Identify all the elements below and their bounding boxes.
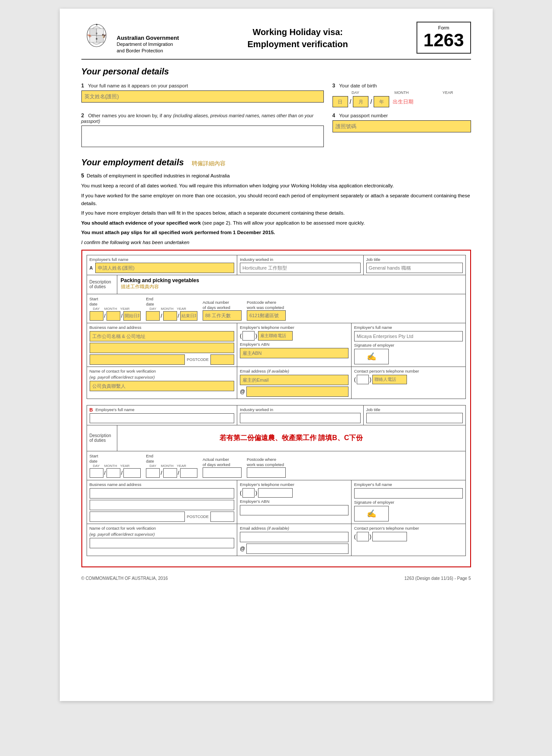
- b-end-year-input[interactable]: [180, 468, 197, 478]
- page-title: Working Holiday visa: Employment verific…: [187, 26, 408, 50]
- a-duties-input: Packing and picking vegetables 描述工作職責內容: [117, 275, 466, 294]
- b-postcode-input[interactable]: [247, 467, 286, 478]
- header-divider: [81, 59, 471, 60]
- a-tel-num-input[interactable]: [258, 331, 293, 341]
- b-contact-tel-cell: Contact person's telephone number ( ): [351, 524, 466, 556]
- b-business-addr2-input[interactable]: [90, 512, 185, 522]
- b-notice-text: 若有第二份偏遠農、牧產業工作 請填B、C下份: [220, 429, 363, 447]
- b-email-domain-input[interactable]: [246, 544, 349, 554]
- a-signature-label: Signature of employer: [354, 343, 463, 347]
- b-contact-tel-num-input[interactable]: [372, 532, 407, 541]
- a-contact-tel-cell: Contact person's telephone number ( ): [351, 367, 466, 399]
- a-abn-input[interactable]: [240, 348, 349, 358]
- gov-text: Australian Government Department of Immi…: [117, 35, 179, 55]
- a-email-domain-input[interactable]: [246, 386, 349, 397]
- b-business-postcode-input[interactable]: [210, 512, 234, 522]
- b-contact-input[interactable]: [90, 538, 234, 548]
- a-duties-row: Description of duties Packing and pickin…: [87, 275, 466, 294]
- b-start-year-input[interactable]: [123, 468, 141, 478]
- dob-year-input[interactable]: [374, 96, 389, 107]
- b-tel-cell: Employer's telephone number ( ) Employer…: [237, 480, 351, 524]
- dept-name: Department of Immigration and Border Pro…: [117, 41, 179, 55]
- b-abn-label: Employer's ABN: [240, 499, 349, 504]
- section-a-label: A: [90, 265, 93, 270]
- b-job-title-label: Job title: [366, 407, 463, 412]
- a-business-row: Business name and address POSTCODE Emplo…: [87, 323, 466, 367]
- a-employer-name-input[interactable]: [354, 331, 463, 341]
- a-email-input[interactable]: [240, 375, 349, 385]
- a-end-month-input[interactable]: [163, 311, 177, 321]
- a-business-name-input[interactable]: [90, 331, 234, 341]
- a-end-day-input[interactable]: [146, 311, 160, 321]
- a-contact-tel-area-input[interactable]: [357, 375, 369, 384]
- a-contact-tel-num-input[interactable]: [372, 375, 407, 384]
- dob-inputs: / / 出生日期: [332, 96, 471, 107]
- section-a: Employee's full name A Industry worked i…: [87, 255, 466, 399]
- a-employee-name-cell: Employee's full name A: [87, 255, 237, 275]
- full-name-input[interactable]: [81, 90, 324, 103]
- b-end-day-input[interactable]: [146, 468, 160, 478]
- page: ⚜ ★ ✦ 🦘 🦅 Australian Government Departme…: [60, 9, 493, 701]
- a-start-month-input[interactable]: [107, 311, 120, 321]
- a-job-title-label: Job title: [366, 257, 463, 262]
- dob-day-input[interactable]: [332, 96, 348, 107]
- personal-details-title: Your personal details: [81, 67, 471, 77]
- a-start-day-input[interactable]: [90, 311, 103, 321]
- b-industry-input[interactable]: [240, 413, 361, 423]
- employment-header: Your employment details 聘僱詳細內容: [81, 153, 471, 167]
- q1-q3-row: 1 Your full name as it appears on your p…: [81, 83, 471, 107]
- b-employer-name-input[interactable]: [354, 488, 463, 499]
- a-business-postcode-input[interactable]: [210, 354, 234, 365]
- a-industry-input[interactable]: [240, 263, 361, 273]
- b-contact-tel-area-input[interactable]: [357, 532, 369, 541]
- b-start-day-input[interactable]: [90, 468, 103, 478]
- b-actual-days-input[interactable]: [203, 467, 242, 478]
- b-abn-input[interactable]: [240, 505, 349, 515]
- a-actual-days-input[interactable]: [203, 310, 242, 321]
- b-tel-num-input[interactable]: [258, 488, 293, 498]
- a-postcode-input[interactable]: [247, 310, 286, 321]
- form-number-box: Form 1263: [416, 22, 471, 54]
- q4-label: 4 Your passport number: [332, 113, 471, 119]
- a-job-title-input[interactable]: [366, 263, 463, 273]
- footer: © COMMONWEALTH OF AUSTRALIA, 2016 1263 (…: [81, 576, 471, 581]
- employment-form: Employee's full name A Industry worked i…: [81, 250, 471, 567]
- b-business-addr1-input[interactable]: [90, 500, 234, 510]
- b-tel-label: Employer's telephone number: [240, 482, 349, 487]
- b-end-month-input[interactable]: [163, 468, 177, 478]
- b-business-row: Business name and address POSTCODE Emplo…: [87, 480, 466, 524]
- q1-block: 1 Your full name as it appears on your p…: [81, 83, 324, 103]
- a-tel-area-input[interactable]: [242, 331, 255, 341]
- q2-label: 2 Other names you are known by, if any (…: [81, 113, 324, 124]
- passport-number-input[interactable]: [332, 120, 471, 132]
- footer-copyright: © COMMONWEALTH OF AUSTRALIA, 2016: [81, 576, 168, 581]
- a-industry-label: Industry worked in: [240, 257, 361, 262]
- b-business-name-input[interactable]: [90, 488, 234, 499]
- b-job-title-input[interactable]: [366, 413, 463, 423]
- a-end-year-input[interactable]: [180, 311, 197, 321]
- b-duties-notice: 若有第二份偏遠農、牧產業工作 請填B、C下份: [117, 425, 466, 451]
- b-duties-row: Description of duties 若有第二份偏遠農、牧產業工作 請填B…: [87, 425, 466, 451]
- a-business-addr1-input[interactable]: [90, 343, 234, 353]
- b-start-month-input[interactable]: [107, 468, 120, 478]
- q3-block: 3 Your date of birth DAY MONTH YEAR / / …: [332, 83, 471, 107]
- b-dates-row: Start date DAY MONTH YEAR / /: [87, 451, 466, 480]
- a-business-addr2-input[interactable]: [90, 354, 185, 365]
- a-employee-name-input[interactable]: [95, 263, 234, 273]
- b-email-input[interactable]: [240, 532, 349, 542]
- employment-title: Your employment details: [81, 158, 184, 167]
- a-contact-row: Name of contact for work verification (e…: [87, 367, 466, 399]
- a-start-year-input[interactable]: [123, 311, 141, 321]
- a-actual-days: Actual number of days worked: [203, 300, 242, 321]
- other-names-input[interactable]: [81, 125, 324, 147]
- a-tel-cell: Employer's telephone number ( ) Employer…: [237, 323, 351, 367]
- a-contact-input[interactable]: [90, 381, 234, 391]
- a-end-date: End date DAY MONTH YEAR / /: [146, 296, 197, 321]
- b-email-cell: Email address (if available) @: [237, 524, 351, 556]
- b-signature-label: Signature of employer: [354, 500, 463, 505]
- b-postcode: Postcode where work was completed: [247, 457, 286, 478]
- dob-month-input[interactable]: [353, 96, 368, 107]
- b-employee-name-input[interactable]: [90, 413, 234, 423]
- b-tel-area-input[interactable]: [242, 488, 255, 498]
- b-industry-label: Industry worked in: [240, 407, 361, 412]
